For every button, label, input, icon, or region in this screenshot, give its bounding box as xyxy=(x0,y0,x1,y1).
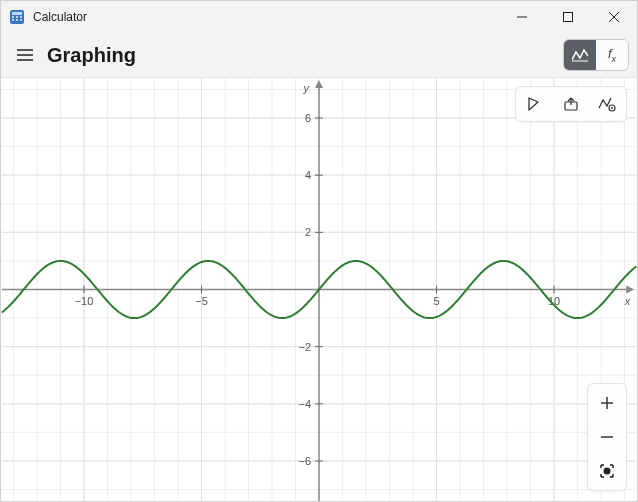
window-controls xyxy=(499,1,637,33)
zoom-fit-button[interactable] xyxy=(590,454,624,488)
svg-text:−4: −4 xyxy=(299,398,312,410)
svg-rect-6 xyxy=(16,19,18,21)
svg-rect-4 xyxy=(20,16,22,18)
svg-text:−2: −2 xyxy=(299,341,312,353)
svg-text:5: 5 xyxy=(433,295,439,307)
svg-rect-9 xyxy=(564,13,573,22)
graph-view-button[interactable] xyxy=(564,40,596,70)
titlebar: Calculator xyxy=(1,1,637,33)
svg-text:2: 2 xyxy=(305,226,311,238)
graph-toolbox xyxy=(515,86,627,122)
svg-rect-7 xyxy=(20,19,22,21)
zoom-in-button[interactable] xyxy=(590,386,624,420)
zoom-out-button[interactable] xyxy=(590,420,624,454)
svg-point-98 xyxy=(604,468,611,475)
svg-rect-5 xyxy=(12,19,14,21)
equation-view-button[interactable]: fx xyxy=(596,40,628,70)
svg-text:−6: −6 xyxy=(299,455,312,467)
trace-button[interactable] xyxy=(518,89,552,119)
header: Graphing fx xyxy=(1,33,637,77)
svg-rect-1 xyxy=(12,12,22,15)
maximize-button[interactable] xyxy=(545,1,591,33)
share-button[interactable] xyxy=(554,89,588,119)
svg-rect-2 xyxy=(12,16,14,18)
svg-rect-3 xyxy=(16,16,18,18)
svg-text:4: 4 xyxy=(305,169,311,181)
graph-options-button[interactable] xyxy=(590,89,624,119)
calculator-app-icon xyxy=(9,9,25,25)
svg-text:x: x xyxy=(624,295,631,307)
plot-svg: −10−5510−6−4−2246yx xyxy=(1,78,637,501)
close-button[interactable] xyxy=(591,1,637,33)
menu-button[interactable] xyxy=(5,37,45,73)
zoom-controls xyxy=(587,383,627,491)
mode-title: Graphing xyxy=(47,44,563,67)
svg-text:6: 6 xyxy=(305,112,311,124)
view-toggle: fx xyxy=(563,39,629,71)
minimize-button[interactable] xyxy=(499,1,545,33)
app-window: Calculator Graphing fx −10− xyxy=(0,0,638,502)
graph-canvas[interactable]: −10−5510−6−4−2246yx xyxy=(1,77,637,501)
window-title: Calculator xyxy=(33,10,499,24)
svg-point-94 xyxy=(611,107,613,109)
svg-text:−5: −5 xyxy=(195,295,208,307)
svg-text:−10: −10 xyxy=(75,295,94,307)
svg-text:y: y xyxy=(303,82,311,94)
